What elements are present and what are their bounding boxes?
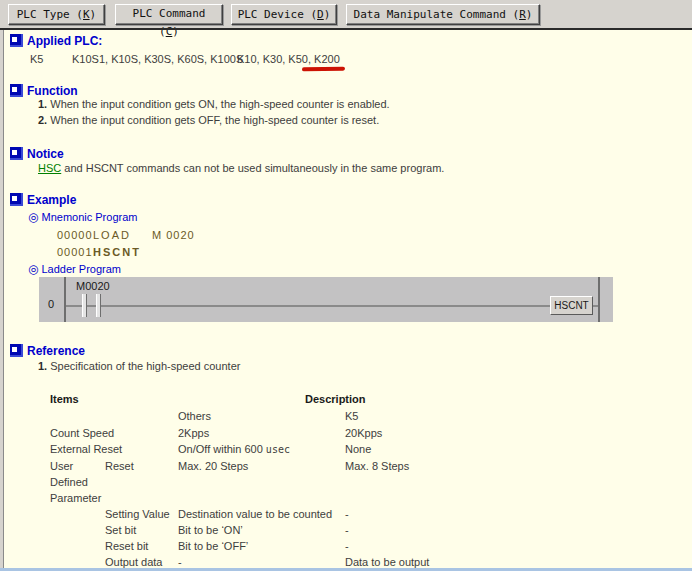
list-number: 2.: [38, 114, 47, 126]
cell-others-mono: usec: [266, 444, 290, 455]
mnemonic-opcode: LOAD: [93, 229, 131, 241]
hsc-link[interactable]: HSC: [38, 162, 61, 174]
mnemonic-opcode: HSCNT: [93, 246, 141, 258]
reference-item: 1. Specification of the high-speed count…: [38, 360, 240, 372]
table-subheader-k5: K5: [345, 410, 358, 422]
table-header-description: Description: [305, 393, 366, 405]
section-title: Applied PLC:: [27, 34, 102, 48]
subheading-label: Ladder Program: [41, 263, 121, 275]
button-label: ): [526, 8, 533, 21]
ladder-diagram: 0 M0020 HSCNT: [39, 277, 613, 322]
plc-k200-highlighted: K200: [314, 53, 340, 65]
plc-command-button[interactable]: PLC Command (C): [115, 4, 223, 25]
blue-square-icon: [10, 34, 23, 47]
cell-others: Max. 20 Steps: [178, 460, 248, 472]
cell-item: Defined: [50, 476, 88, 488]
blue-square-icon: [10, 147, 23, 160]
cell-item: External Reset: [50, 443, 122, 455]
mnemonic-address: 00001: [57, 246, 93, 258]
function-text: When the input condition gets ON, the hi…: [50, 98, 389, 110]
cell-k5: Data to be output: [345, 556, 429, 568]
applied-plc-group-ks: K10S1, K10S, K30S, K60S, K100S: [72, 53, 243, 65]
toolbar-separator: [0, 28, 692, 30]
cell-k5: -: [345, 540, 349, 552]
contact-label: M0020: [76, 280, 110, 292]
applied-plc-group-k5: K5: [30, 53, 43, 65]
reference-text: Specification of the high-speed counter: [50, 360, 240, 372]
ladder-program-heading: ◎Ladder Program: [28, 262, 121, 276]
button-label: PLC Device (: [238, 8, 317, 21]
function-text: When the input condition gets OFF, the h…: [50, 114, 379, 126]
mnemonic-address: 00000: [57, 229, 93, 241]
cell-others: On/Off within 600 usec: [178, 443, 290, 455]
red-underline-annotation: [302, 67, 345, 72]
mnemonic-key: K: [83, 8, 90, 21]
left-power-rail: [64, 277, 66, 322]
toolbar: PLC Type (K) PLC Command (C) PLC Device …: [0, 0, 692, 28]
cell-others: Destination value to be counted: [178, 508, 332, 520]
table-header-items: Items: [50, 393, 79, 405]
function-item-2: 2. When the input condition gets OFF, th…: [38, 114, 379, 126]
rung-number: 0: [48, 298, 54, 310]
cell-others: -: [178, 556, 182, 568]
list-number: 1.: [38, 360, 47, 372]
bullseye-icon: ◎: [28, 210, 38, 224]
contact-symbol-bar: [96, 294, 101, 317]
function-item-1: 1. When the input condition gets ON, the…: [38, 98, 390, 110]
notice-text: HSC and HSCNT commands can not be used s…: [38, 162, 444, 174]
section-title: Function: [27, 84, 78, 98]
cell-k5: None: [345, 443, 371, 455]
plc-type-button[interactable]: PLC Type (K): [8, 4, 105, 25]
cell-k5: -: [345, 524, 349, 536]
contact-symbol-bar: [82, 294, 87, 317]
cell-subitem: Reset: [105, 460, 134, 472]
button-label: Data Manipulate Command (: [354, 8, 520, 21]
cell-subitem: Set bit: [105, 524, 136, 536]
cell-others-text: On/Off within 600: [178, 443, 266, 455]
blue-square-icon: [10, 344, 23, 357]
rung-wire: [66, 305, 550, 307]
data-manipulate-command-button[interactable]: Data Manipulate Command (R): [346, 4, 540, 25]
cell-item: Parameter: [50, 492, 101, 504]
cell-k5: Max. 8 Steps: [345, 460, 409, 472]
subheading-label: Mnemonic Program: [41, 211, 137, 223]
window-left-edge: [0, 30, 4, 568]
list-number: 1.: [38, 98, 47, 110]
cell-k5: -: [345, 508, 349, 520]
section-title: Example: [27, 193, 76, 207]
plc-list-text: K10, K30, K50,: [237, 53, 314, 65]
instruction-label: HSCNT: [554, 300, 588, 311]
mnemonic-key: D: [317, 8, 324, 21]
applied-plc-group-k: K10, K30, K50, K200: [237, 53, 340, 65]
cell-others: Bit to be ‘OFF’: [178, 540, 248, 552]
right-power-rail: [598, 277, 600, 322]
cell-others: 2Kpps: [178, 427, 209, 439]
button-label: PLC Type (: [17, 8, 83, 21]
bullseye-icon: ◎: [28, 262, 38, 276]
cell-item: User: [50, 460, 73, 472]
button-label: ): [172, 25, 179, 38]
button-label: ): [324, 8, 331, 21]
cell-subitem: Setting Value: [105, 508, 170, 520]
cell-subitem: Reset bit: [105, 540, 148, 552]
mnemonic-key: R: [519, 8, 526, 21]
blue-square-icon: [10, 84, 23, 97]
button-label: ): [90, 8, 97, 21]
plc-help-window: PLC Type (K) PLC Command (C) PLC Device …: [0, 0, 692, 571]
section-title: Notice: [27, 147, 64, 161]
mnemonic-operand: M 0020: [152, 229, 195, 241]
cell-item: Count Speed: [50, 427, 114, 439]
mnemonic-program-heading: ◎Mnemonic Program: [28, 210, 137, 224]
blue-square-icon: [10, 193, 23, 206]
notice-body-text: and HSCNT commands can not be used simul…: [61, 162, 444, 174]
cell-subitem: Output data: [105, 556, 163, 568]
section-title: Reference: [27, 344, 85, 358]
table-subheader-others: Others: [178, 410, 211, 422]
cell-k5: 20Kpps: [345, 427, 382, 439]
hscnt-instruction-box: HSCNT: [550, 296, 593, 315]
plc-device-button[interactable]: PLC Device (D): [231, 4, 337, 25]
cell-others: Bit to be ‘ON’: [178, 524, 243, 536]
